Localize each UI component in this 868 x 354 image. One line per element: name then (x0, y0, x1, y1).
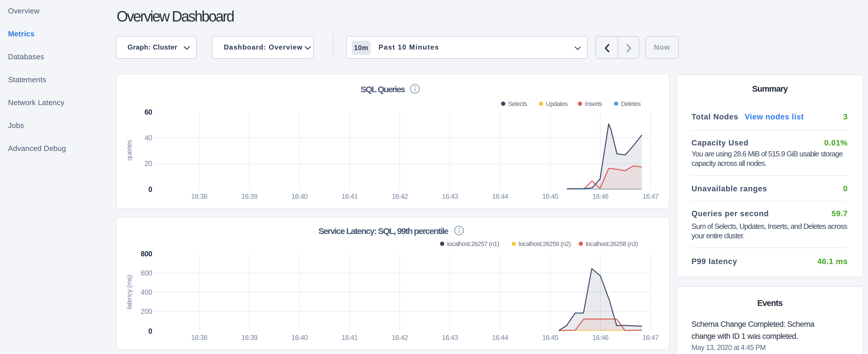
svg-text:16:41: 16:41 (342, 192, 358, 200)
svg-text:16:44: 16:44 (492, 334, 508, 342)
svg-text:800: 800 (141, 250, 152, 258)
svg-text:Updates: Updates (546, 100, 568, 107)
svg-text:20: 20 (145, 160, 152, 167)
svg-text:localhost:26257 (n1): localhost:26257 (n1) (447, 240, 499, 248)
svg-text:16:38: 16:38 (191, 334, 208, 342)
svg-text:16:40: 16:40 (291, 192, 308, 200)
svg-text:200: 200 (141, 307, 152, 315)
svg-text:latency (ms): latency (ms) (125, 275, 133, 309)
svg-text:16:39: 16:39 (241, 334, 258, 342)
svg-text:SQL Queries: SQL Queries (361, 85, 405, 94)
svg-text:16:42: 16:42 (392, 192, 408, 200)
svg-text:queries: queries (125, 140, 133, 161)
svg-text:16:42: 16:42 (392, 334, 408, 342)
svg-text:16:46: 16:46 (592, 192, 609, 200)
svg-text:Inserts: Inserts (585, 100, 602, 107)
svg-text:16:45: 16:45 (542, 192, 559, 200)
svg-text:16:45: 16:45 (542, 334, 559, 342)
svg-text:16:47: 16:47 (643, 334, 659, 342)
svg-text:400: 400 (141, 288, 152, 296)
svg-text:60: 60 (145, 108, 152, 116)
svg-text:16:47: 16:47 (643, 192, 659, 200)
svg-text:0: 0 (149, 327, 152, 335)
svg-text:16:41: 16:41 (342, 334, 358, 342)
svg-text:Deletes: Deletes (621, 100, 641, 107)
svg-text:0: 0 (149, 185, 152, 193)
svg-text:40: 40 (145, 134, 152, 142)
svg-text:localhost:26258 (n3): localhost:26258 (n3) (586, 240, 638, 248)
svg-text:16:43: 16:43 (442, 334, 458, 342)
svg-text:600: 600 (141, 269, 152, 277)
svg-text:16:38: 16:38 (191, 192, 208, 200)
svg-text:Selects: Selects (508, 100, 527, 107)
svg-text:16:43: 16:43 (442, 192, 458, 200)
svg-text:Service Latency: SQL, 99th per: Service Latency: SQL, 99th percentile (318, 226, 448, 236)
svg-text:16:39: 16:39 (241, 192, 258, 200)
svg-text:localhost:26259 (n2): localhost:26259 (n2) (519, 240, 570, 248)
svg-text:16:44: 16:44 (492, 192, 508, 200)
svg-text:16:40: 16:40 (291, 334, 308, 342)
svg-text:16:46: 16:46 (592, 334, 609, 342)
